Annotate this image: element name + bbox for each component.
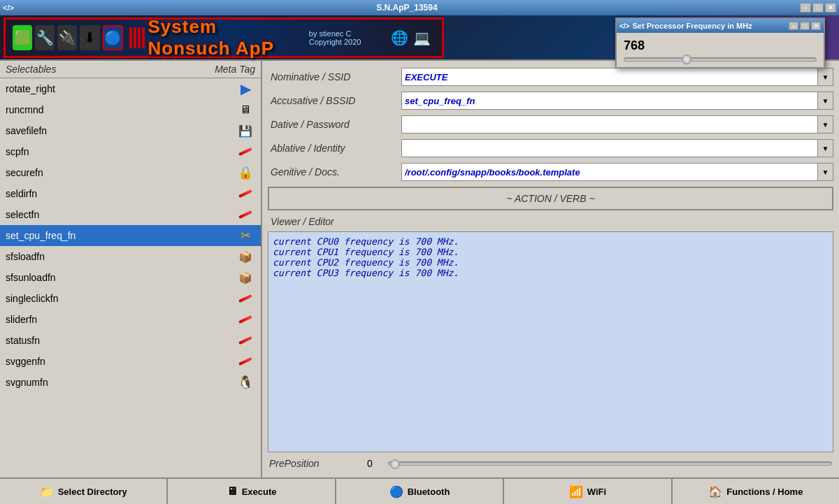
list-item-icon: 🐧 [236,373,255,392]
genitive-dropdown-button[interactable]: ▼ [818,163,833,181]
list-item[interactable]: scpfn [0,141,261,162]
dative-dropdown-button[interactable]: ▼ [818,115,833,134]
wifi-icon: 📶 [569,485,583,498]
accusative-label: Accusative / BSSID [268,95,397,106]
list-item-name: rotate_right [6,83,236,94]
left-panel: Selectables Meta Tag rotate_right ▶ runc… [0,61,262,477]
list-item[interactable]: seldirfn [0,183,261,204]
execute-icon: 🖥 [227,485,238,498]
accusative-row: Accusative / BSSID ▼ [268,90,833,111]
dative-row: Dative / Password ▼ [268,114,833,135]
nominative-row: Nominative / SSID ▼ [268,66,833,87]
titlebar-icon: </> [3,3,14,12]
wifi-label: WiFi [587,487,606,497]
ablative-input[interactable] [401,139,818,157]
toolbar-functions-home-button[interactable]: 🏠Functions / Home [673,479,839,504]
dative-input-wrapper: ▼ [401,115,833,134]
genitive-input-wrapper: ▼ [401,163,833,181]
list-item-name: securefn [6,167,236,178]
action-verb-button[interactable]: ~ ACTION / VERB ~ [268,187,833,210]
nominative-label: Nominative / SSID [268,71,397,82]
list-item-name: seldirfn [6,188,236,199]
processor-frequency-window: </> Set Processor Frequency in MHz – □ ✕… [615,17,825,69]
list-item[interactable]: runcmnd 🖥 [0,99,261,120]
list-item-name: sliderfn [6,314,236,325]
toolbar-execute-button[interactable]: 🖥Execute [168,479,336,504]
processor-slider-track [624,57,817,62]
preposition-row: PrePosition 0 [268,455,833,472]
list-item[interactable]: svgnumfn 🐧 [0,372,261,393]
function-list[interactable]: rotate_right ▶ runcmnd 🖥 savefilefn 💾 sc… [0,78,261,477]
viewer-editor-content[interactable]: current CPU0 frequency is 700 MHz.curren… [268,231,833,452]
list-item[interactable]: selectfn [0,204,261,225]
list-item[interactable]: sliderfn [0,309,261,330]
processor-minimize-button[interactable]: – [789,22,798,30]
genitive-input[interactable] [401,163,818,181]
nominative-input[interactable] [401,68,818,86]
banner-bars [129,27,145,49]
list-item-name: svggenfn [6,356,236,367]
accusative-dropdown-button[interactable]: ▼ [818,92,833,110]
viewer-line: current CPU2 frequency is 700 MHz. [273,257,829,268]
preposition-value: 0 [367,458,381,469]
processor-close-button[interactable]: ✕ [811,22,821,30]
list-item-name: set_cpu_freq_fn [6,230,236,241]
meta-tag-label: Meta Tag [215,64,255,75]
dative-input[interactable] [401,115,818,134]
list-item-icon: ✂ [236,226,255,245]
nominative-input-wrapper: ▼ [401,68,833,86]
list-item[interactable]: set_cpu_freq_fn ✂ [0,225,261,246]
bluetooth-icon: 🔵 [389,485,403,498]
accusative-input-wrapper: ▼ [401,92,833,110]
banner-inner: 🟩 🔧 🔌 ⬇ 🔵 System Nonsuch ApP by stienec … [3,17,444,58]
list-item[interactable]: savefilefn 💾 [0,120,261,141]
list-item-name: scpfn [6,146,236,157]
titlebar: </> S.N.ApP_13594 – □ ✕ [0,0,839,15]
functions-home-label: Functions / Home [726,487,803,497]
list-item-icon: 📦 [236,247,255,266]
processor-slider-thumb[interactable] [682,55,691,64]
list-item[interactable]: singleclickfn [0,288,261,309]
list-item[interactable]: sfsunloadfn 📦 [0,267,261,288]
list-item-icon: 🔒 [236,163,255,182]
ablative-dropdown-button[interactable]: ▼ [818,139,833,157]
list-item-icon [236,184,255,203]
list-item-icon [236,352,255,371]
list-item[interactable]: sfsloadfn 📦 [0,246,261,267]
processor-titlebar: </> Set Processor Frequency in MHz – □ ✕ [617,19,824,33]
preposition-slider-track [388,461,832,466]
genitive-row: Genitive / Docs. ▼ [268,161,833,182]
viewer-line: current CPU1 frequency is 700 MHz. [273,247,829,257]
dative-label: Dative / Password [268,119,397,130]
maximize-button[interactable]: □ [812,3,824,13]
minimize-button[interactable]: – [800,3,811,13]
list-item-icon [236,142,255,161]
toolbar-select-dir-button[interactable]: 📁Select Directory [0,479,168,504]
banner-title: System Nonsuch ApP [148,16,305,59]
list-item[interactable]: svggenfn [0,351,261,372]
nominative-dropdown-button[interactable]: ▼ [818,68,833,86]
banner-subtitle: by stienec C Copyright 2020 [309,29,385,46]
toolbar-wifi-button[interactable]: 📶WiFi [504,479,672,504]
banner-icon-usb: 🔌 [57,25,77,50]
list-item-icon: 💾 [236,121,255,141]
accusative-input[interactable] [401,92,818,110]
titlebar-title: S.N.ApP_13594 [14,3,800,13]
right-panel: Nominative / SSID ▼ Accusative / BSSID ▼… [262,61,839,477]
preposition-slider-thumb[interactable] [390,459,400,469]
banner-icon-down: ⬇ [80,25,99,50]
viewer-editor-label: Viewer / Editor [268,215,833,229]
list-item-icon [236,205,255,224]
list-item-name: sfsunloadfn [6,272,236,283]
list-item-name: singleclickfn [6,293,236,304]
viewer-line: current CPU3 frequency is 700 MHz. [273,268,829,278]
toolbar-bluetooth-button[interactable]: 🔵Bluetooth [336,479,504,504]
list-item[interactable]: rotate_right ▶ [0,78,261,99]
preposition-slider[interactable] [388,458,832,469]
list-item[interactable]: securefn 🔒 [0,162,261,183]
genitive-label: Genitive / Docs. [268,166,397,178]
processor-maximize-button[interactable]: □ [800,22,810,30]
close-button[interactable]: ✕ [825,3,836,13]
banner-icon-green: 🟩 [13,25,32,50]
list-item[interactable]: statusfn [0,330,261,351]
